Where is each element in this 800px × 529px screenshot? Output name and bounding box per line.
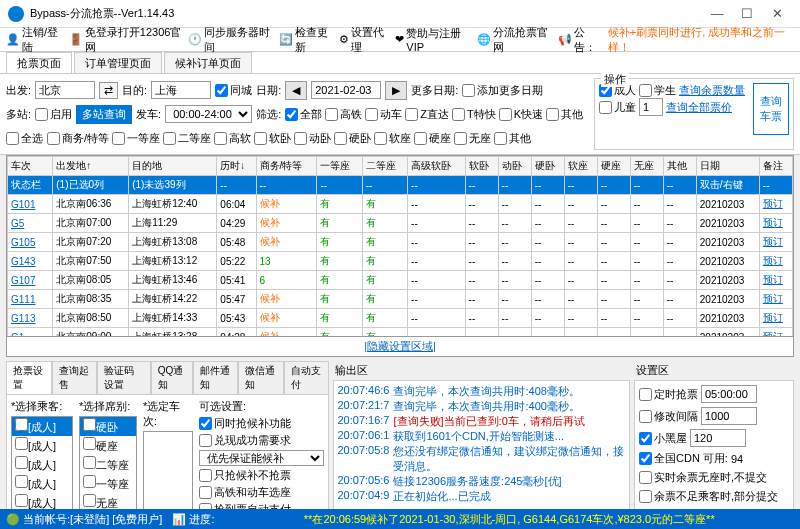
col-header[interactable]: 动卧 (498, 157, 531, 176)
tab-orders[interactable]: 订单管理页面 (74, 52, 162, 73)
swap-button[interactable]: ⇄ (99, 82, 118, 99)
seat-filter-4[interactable]: 软卧 (254, 131, 291, 146)
cdn-check[interactable]: 全国CDN (639, 451, 700, 466)
train-row[interactable]: G5北京南07:00上海11:2904:29候补有有--------------… (8, 214, 793, 233)
timed-check[interactable]: 定时抢票 (639, 387, 698, 402)
output-log[interactable]: 20:07:46:6查询完毕，本次查询共用时:408毫秒。20:07:21:7查… (333, 380, 630, 529)
seat-filter-8[interactable]: 硬座 (414, 131, 451, 146)
col-header[interactable]: 硬座 (597, 157, 630, 176)
btab-0[interactable]: 抢票设置 (6, 361, 52, 394)
btab-1[interactable]: 查询起售 (52, 361, 98, 394)
seat-filter-10[interactable]: 其他 (494, 131, 531, 146)
depart-input[interactable] (35, 81, 95, 99)
train-row[interactable]: G105北京南07:20上海虹桥13:0805:48候补有有----------… (8, 233, 793, 252)
filter-6[interactable]: 其他 (546, 107, 583, 122)
btab-6[interactable]: 自动支付 (284, 361, 330, 394)
col-header[interactable]: 硬卧 (531, 157, 564, 176)
btab-3[interactable]: QQ通知 (151, 361, 193, 394)
check-update-link[interactable]: 🔄检查更新 (279, 25, 335, 55)
opt-gaotie-seat-check[interactable]: 高铁和动车选座 (199, 485, 324, 500)
enable-multi-check[interactable]: 启用 (35, 107, 72, 122)
passenger-item[interactable]: [成人] (12, 474, 72, 493)
maximize-button[interactable]: ☐ (732, 6, 762, 21)
tab-grab[interactable]: 抢票页面 (6, 52, 72, 73)
arrive-input[interactable] (151, 81, 211, 99)
status-row[interactable]: 状态栏(1)已选0列(1)未选39列----------------------… (8, 176, 793, 195)
set-proxy-link[interactable]: ⚙设置代理 (339, 25, 391, 55)
col-header[interactable]: 软座 (564, 157, 597, 176)
add-more-dates-check[interactable]: 添加更多日期 (462, 83, 543, 98)
date-next-button[interactable]: ▶ (385, 81, 407, 100)
btab-4[interactable]: 邮件通知 (193, 361, 239, 394)
open-12306-link[interactable]: 🚪免登录打开12306官网 (69, 25, 184, 55)
blackroom-input[interactable] (690, 429, 746, 447)
tab-houbu-orders[interactable]: 候补订单页面 (164, 52, 252, 73)
col-header[interactable]: 出发地↑ (53, 157, 129, 176)
sync-time-link[interactable]: 🕐同步服务器时间 (188, 25, 275, 55)
col-header[interactable]: 其他 (663, 157, 696, 176)
seat-filter-0[interactable]: 商务/特等 (47, 131, 109, 146)
seat-item[interactable]: 一等座 (80, 474, 136, 493)
query-tickets-button[interactable]: 查询 车票 (753, 83, 789, 135)
select-all-check[interactable]: 全选 (6, 131, 43, 146)
opt-houbu-check[interactable]: 同时抢候补功能 (199, 416, 324, 431)
col-header[interactable]: 商务/特等 (256, 157, 317, 176)
close-button[interactable]: ✕ (762, 6, 792, 21)
col-header[interactable]: 无座 (630, 157, 663, 176)
realtime-check[interactable]: 实时余票无座时,不提交 (639, 470, 789, 485)
query-remain-link[interactable]: 查询余票数量 (679, 83, 745, 98)
filter-4[interactable]: T特快 (452, 107, 496, 122)
col-header[interactable]: 车次 (8, 157, 53, 176)
seat-item[interactable]: 硬座 (80, 436, 136, 455)
passenger-item[interactable]: [成人] (12, 455, 72, 474)
col-header[interactable]: 高级软卧 (408, 157, 466, 176)
btab-5[interactable]: 微信通知 (238, 361, 284, 394)
col-header[interactable]: 历时↓ (217, 157, 256, 176)
interval-input[interactable] (701, 407, 757, 425)
seat-listbox[interactable]: 硬卧硬座二等座一等座无座软卧动卧商务座高级软卧 (79, 416, 137, 524)
train-row[interactable]: G111北京南08:35上海虹桥14:2205:47候补有有----------… (8, 290, 793, 309)
seat-filter-1[interactable]: 一等座 (112, 131, 160, 146)
seat-filter-5[interactable]: 动卧 (294, 131, 331, 146)
col-header[interactable]: 二等座 (362, 157, 407, 176)
priority-select[interactable]: 优先保证能候补 (199, 450, 324, 466)
opt-exchange-check[interactable]: 兑现成功需要求 (199, 433, 324, 448)
train-row[interactable]: G107北京南08:05上海虹桥13:4605:416有有-----------… (8, 271, 793, 290)
child-num-input[interactable] (639, 98, 663, 116)
hide-settings-toggle[interactable]: |隐藏设置区域| (6, 337, 794, 357)
seat-item[interactable]: 硬卧 (80, 417, 136, 436)
blackroom-check[interactable]: 小黑屋 (639, 431, 687, 446)
btab-2[interactable]: 验证码设置 (97, 361, 150, 394)
passenger-item[interactable]: [成人] (12, 417, 72, 436)
passenger-listbox[interactable]: [成人][成人][成人][成人][成人] (11, 416, 73, 524)
train-row[interactable]: G143北京南07:50上海虹桥13:1205:2213有有----------… (8, 252, 793, 271)
seat-filter-3[interactable]: 高软 (214, 131, 251, 146)
minimize-button[interactable]: — (702, 6, 732, 21)
train-row[interactable]: G1北京南09:00上海虹桥13:2804:28候补有有------------… (8, 328, 793, 338)
filter-2[interactable]: 动车 (365, 107, 402, 122)
col-header[interactable]: 日期 (696, 157, 759, 176)
multi-query-button[interactable]: 多站查询 (76, 105, 132, 124)
depart-time-select[interactable]: 00:00-24:00 (165, 105, 252, 123)
col-header[interactable]: 目的地 (129, 157, 217, 176)
date-prev-button[interactable]: ◀ (285, 81, 307, 100)
col-header[interactable]: 软卧 (465, 157, 498, 176)
passenger-item[interactable]: [成人] (12, 436, 72, 455)
col-header[interactable]: 一等座 (317, 157, 362, 176)
interval-check[interactable]: 修改间隔 (639, 409, 698, 424)
partial-check[interactable]: 余票不足乘客时,部分提交 (639, 489, 789, 504)
opt-only-houbu-check[interactable]: 只抢候补不抢票 (199, 468, 324, 483)
seat-filter-2[interactable]: 二等座 (163, 131, 211, 146)
filter-3[interactable]: Z直达 (405, 107, 449, 122)
seat-filter-7[interactable]: 软座 (374, 131, 411, 146)
col-header[interactable]: 备注 (759, 157, 792, 176)
date-input[interactable] (311, 81, 381, 99)
student-check[interactable]: 学生 (639, 83, 676, 98)
train-row[interactable]: G113北京南08:50上海虹桥14:3305:43候补有有----------… (8, 309, 793, 328)
filter-1[interactable]: 高铁 (325, 107, 362, 122)
seat-filter-9[interactable]: 无座 (454, 131, 491, 146)
train-row[interactable]: G101北京南06:36上海虹桥12:4006:04候补有有----------… (8, 195, 793, 214)
seat-filter-6[interactable]: 硬卧 (334, 131, 371, 146)
same-city-check[interactable]: 同城 (215, 83, 252, 98)
official-site-link[interactable]: 🌐分流抢票官网 (477, 25, 554, 55)
